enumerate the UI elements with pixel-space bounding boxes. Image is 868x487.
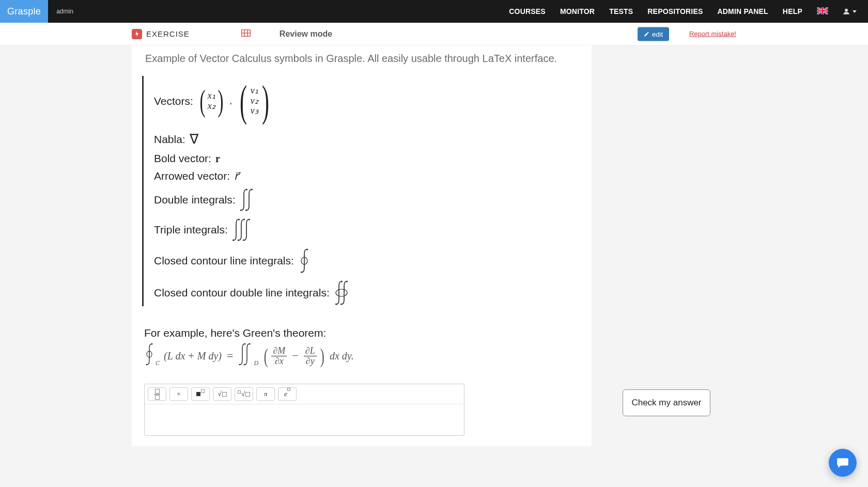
svg-point-27 [336, 289, 347, 296]
answer-area: × √ √ π e [142, 384, 581, 436]
svg-point-10 [246, 189, 247, 191]
admin-label[interactable]: admin [56, 8, 73, 15]
svg-point-17 [233, 240, 234, 241]
intro-text: Example of Vector Calculus symbols in Gr… [142, 45, 581, 71]
toolbar-nthroot-button[interactable]: √ [235, 387, 253, 401]
exercise-icon [132, 29, 142, 39]
svg-point-26 [340, 304, 342, 305]
greens-frac-2: ∂L ∂y [304, 346, 317, 366]
vector-3d: ( v₁ v₂ v₃ ) [236, 76, 273, 126]
double-integral-symbol [240, 187, 258, 212]
nav-link-tests[interactable]: TESTS [609, 7, 633, 15]
svg-point-31 [244, 343, 246, 345]
nav-link-admin-panel[interactable]: ADMIN PANEL [717, 7, 768, 15]
svg-point-21 [301, 272, 302, 273]
toolbar-sqrt-button[interactable]: √ [213, 387, 231, 401]
triple-integral-symbol [232, 217, 256, 242]
chat-icon [836, 456, 849, 469]
greens-frac-1: ∂M ∂x [271, 346, 287, 366]
svg-point-34 [244, 364, 245, 366]
greens-iint-sub: D [254, 359, 258, 367]
greens-iint-symbol [238, 342, 254, 369]
nav-link-repositories[interactable]: REPOSITORIES [647, 7, 703, 15]
navbar-right: COURSES MONITOR TESTS REPOSITORIES ADMIN… [509, 0, 868, 23]
math-block: Vectors: ( x₁ x₂ ) , ( v₁ v₂ v₃ [142, 76, 581, 306]
report-mistake-link[interactable]: Report mistake! [689, 30, 736, 38]
review-mode-label: Review mode [280, 29, 332, 39]
svg-point-28 [151, 343, 153, 345]
greens-minus: − [292, 349, 298, 363]
triple-int-label: Triple integrals: [154, 224, 228, 236]
svg-rect-4 [817, 10, 828, 11]
svg-point-12 [240, 210, 242, 211]
greens-lhs-inner: (L dx + M dy) [164, 350, 222, 362]
closed-double-contour-symbol [334, 279, 353, 306]
vectors-comma: , [230, 97, 232, 106]
svg-point-11 [251, 189, 253, 191]
svg-point-23 [341, 281, 343, 282]
arrowed-vector-label: Arrowed vector: [154, 170, 230, 182]
answer-input[interactable] [145, 404, 464, 435]
top-navbar: Grasple admin COURSES MONITOR TESTS REPO… [0, 0, 868, 23]
greens-oint-symbol [144, 342, 156, 369]
math-toolbar: × √ √ π e [145, 384, 464, 404]
svg-point-33 [239, 364, 241, 366]
bold-vector-symbol: r [215, 153, 220, 165]
svg-point-5 [845, 9, 848, 12]
greens-intro: For example, here's Green's theorem: [142, 327, 581, 339]
toolbar-fraction-button[interactable] [148, 387, 166, 401]
line-nabla: Nabla: ∇ [154, 131, 581, 147]
nav-link-courses[interactable]: COURSES [509, 7, 546, 15]
toolbar-times-button[interactable]: × [169, 387, 188, 401]
line-triple-integral: Triple integrals: [154, 217, 581, 242]
svg-point-18 [238, 240, 239, 241]
edit-button-label: edit [652, 30, 663, 38]
user-menu[interactable] [843, 8, 857, 15]
pencil-icon [644, 31, 649, 37]
nav-link-monitor[interactable]: MONITOR [560, 7, 595, 15]
svg-point-16 [249, 219, 250, 221]
content-panel: Example of Vector Calculus symbols in Gr… [132, 45, 592, 446]
grid-icon[interactable] [215, 29, 251, 39]
language-flag-icon[interactable] [817, 7, 828, 16]
toolbar-pi-button[interactable]: π [256, 387, 275, 401]
edit-button[interactable]: edit [638, 27, 669, 41]
svg-point-25 [335, 304, 337, 305]
line-vectors: Vectors: ( x₁ x₂ ) , ( v₁ v₂ v₃ [154, 76, 581, 126]
line-bold-vector: Bold vector: r [154, 152, 581, 165]
toolbar-power-button[interactable] [191, 387, 210, 401]
greens-equation: C (L dx + M dy) = D ( ∂M ∂x − [142, 342, 581, 369]
chat-bubble-button[interactable] [829, 449, 857, 477]
svg-point-15 [243, 219, 245, 221]
user-icon [843, 8, 850, 15]
subbar: EXERCISE Review mode edit Report mistake… [0, 23, 868, 45]
line-closed-contour: Closed contour line integrals: [154, 247, 581, 274]
navbar-left: Grasple admin [0, 0, 73, 23]
vector-2d: ( x₁ x₂ ) [197, 83, 226, 119]
svg-point-19 [243, 240, 244, 241]
bold-vector-label: Bold vector: [154, 152, 211, 165]
line-closed-double-contour: Closed contour double line integrals: [154, 279, 581, 306]
nabla-label: Nabla: [154, 133, 185, 146]
closed-contour-symbol [298, 247, 312, 274]
check-answer-button[interactable]: Check my answer [623, 389, 710, 416]
arrowed-vector-symbol: r⃗ [234, 170, 238, 182]
svg-point-32 [249, 343, 251, 345]
svg-point-20 [306, 249, 308, 250]
exercise-label: EXERCISE [146, 29, 190, 38]
line-arrowed-vector: Arrowed vector: r⃗ [154, 170, 581, 182]
line-double-integral: Double integrals: [154, 187, 581, 212]
answer-box: × √ √ π e [144, 384, 464, 436]
toolbar-epower-button[interactable]: e [278, 387, 297, 401]
svg-point-24 [346, 281, 348, 282]
svg-point-13 [245, 210, 247, 211]
vectors-label: Vectors: [154, 95, 193, 107]
caret-down-icon [853, 10, 857, 13]
nav-link-help[interactable]: HELP [783, 7, 802, 15]
closed-double-contour-label: Closed contour double line integrals: [154, 287, 330, 299]
greens-equals: = [227, 349, 233, 363]
svg-point-14 [238, 219, 240, 221]
double-int-label: Double integrals: [154, 194, 236, 206]
nabla-symbol: ∇ [190, 131, 198, 147]
brand-logo[interactable]: Grasple [0, 0, 48, 23]
